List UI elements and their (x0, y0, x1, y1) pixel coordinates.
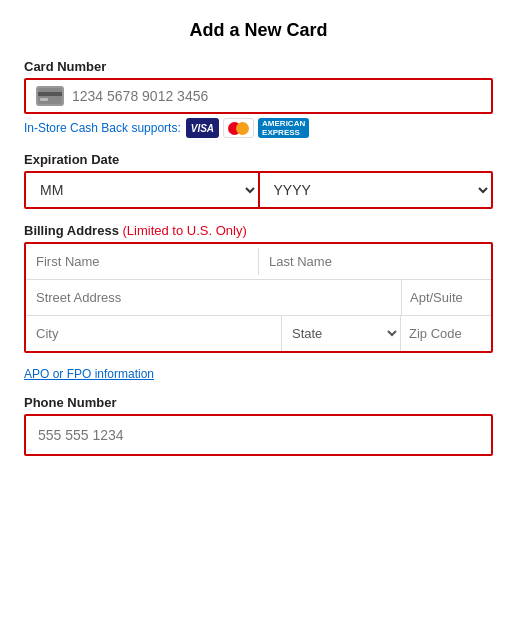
expiration-year-select[interactable]: YYYY 20242025 20262027 20282029 20302031… (260, 173, 492, 207)
phone-input[interactable] (38, 427, 479, 443)
last-name-input[interactable] (259, 244, 491, 279)
card-number-input[interactable] (72, 88, 481, 104)
zip-code-input[interactable] (401, 316, 491, 351)
name-row (26, 244, 491, 279)
billing-field-wrapper: State ALAKAZAR CACOCTDE FLGAHIID ILINIAK… (24, 242, 493, 353)
svg-rect-2 (40, 98, 48, 101)
page-title: Add a New Card (24, 20, 493, 41)
city-state-zip-row: State ALAKAZAR CACOCTDE FLGAHIID ILINIAK… (26, 316, 491, 351)
in-store-info: In-Store Cash Back supports: VISA AMERIC… (24, 118, 493, 138)
card-icon (36, 86, 64, 106)
billing-note: (Limited to U.S. Only) (123, 223, 247, 238)
billing-label: Billing Address (Limited to U.S. Only) (24, 223, 493, 238)
phone-field-wrapper (24, 414, 493, 456)
svg-rect-1 (38, 92, 62, 96)
city-input[interactable] (26, 316, 281, 351)
mastercard-badge (223, 118, 254, 138)
in-store-label: In-Store Cash Back supports: (24, 121, 181, 135)
expiration-section: Expiration Date MM 0102 0304 0506 0708 0… (24, 152, 493, 209)
phone-label: Phone Number (24, 395, 493, 410)
card-number-label: Card Number (24, 59, 493, 74)
expiration-label: Expiration Date (24, 152, 493, 167)
billing-section: Billing Address (Limited to U.S. Only) S… (24, 223, 493, 353)
card-badges: VISA AMERICANEXPRESS (186, 118, 309, 138)
card-number-section: Card Number In-Store Cash Back supports:… (24, 59, 493, 138)
expiration-month-select[interactable]: MM 0102 0304 0506 0708 0910 1112 (26, 173, 258, 207)
card-number-field-wrapper (24, 78, 493, 114)
first-name-input[interactable] (26, 244, 258, 279)
street-row (26, 280, 491, 315)
expiration-field-wrapper: MM 0102 0304 0506 0708 0910 1112 YYYY 20… (24, 171, 493, 209)
state-select[interactable]: State ALAKAZAR CACOCTDE FLGAHIID ILINIAK… (281, 316, 401, 351)
visa-badge: VISA (186, 118, 219, 138)
apt-suite-input[interactable] (401, 280, 491, 315)
street-address-input[interactable] (26, 280, 401, 315)
amex-badge: AMERICANEXPRESS (258, 118, 309, 138)
card-number-input-row (26, 80, 491, 112)
apo-fpo-link[interactable]: APO or FPO information (24, 367, 493, 381)
phone-section: Phone Number (24, 395, 493, 456)
